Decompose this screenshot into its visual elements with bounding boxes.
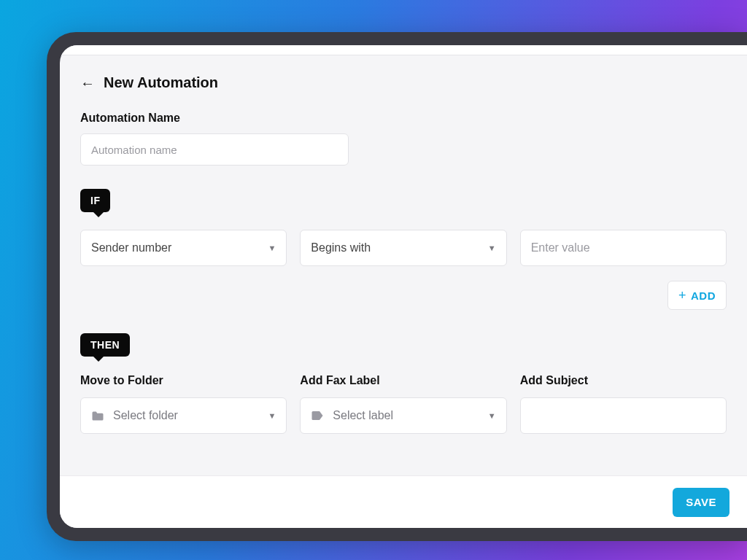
- automation-name-group: Automation Name: [80, 112, 727, 166]
- content-area: ← New Automation Automation Name IF Send…: [60, 55, 747, 434]
- chevron-down-icon: ▼: [268, 411, 276, 420]
- add-label-select[interactable]: Select label ▼: [300, 397, 506, 434]
- then-section: THEN Move to Folder Add Fax Label Add Su…: [80, 333, 727, 434]
- operator-select[interactable]: Begins with ▼: [300, 230, 506, 266]
- add-subject-input-wrap: [520, 397, 727, 434]
- add-condition-row: + ADD: [80, 281, 727, 310]
- add-condition-label: ADD: [691, 289, 716, 302]
- condition-field-value: Sender number: [91, 241, 262, 254]
- move-folder-placeholder: Select folder: [113, 409, 262, 422]
- automation-name-label: Automation Name: [80, 112, 727, 125]
- then-row: Select folder ▼ Select label ▼: [80, 397, 727, 434]
- if-row: Sender number ▼ Begins with ▼: [80, 230, 727, 266]
- add-label-placeholder: Select label: [333, 409, 481, 422]
- chevron-down-icon: ▼: [268, 244, 276, 252]
- then-labels-row: Move to Folder Add Fax Label Add Subject: [80, 374, 727, 387]
- automation-name-input[interactable]: [80, 133, 349, 166]
- if-tag: IF: [80, 189, 110, 212]
- if-section: IF Sender number ▼ Begins with ▼: [80, 189, 727, 310]
- add-subject-input[interactable]: [531, 398, 716, 433]
- back-arrow-icon[interactable]: ←: [80, 76, 95, 90]
- chevron-down-icon: ▼: [488, 244, 496, 252]
- add-label-label: Add Fax Label: [300, 374, 506, 387]
- add-condition-button[interactable]: + ADD: [667, 281, 727, 310]
- save-button[interactable]: SAVE: [673, 488, 729, 517]
- condition-value-input[interactable]: [531, 230, 716, 265]
- folder-icon: [91, 411, 104, 421]
- operator-value: Begins with: [311, 241, 481, 254]
- add-subject-label: Add Subject: [520, 374, 727, 387]
- save-button-label: SAVE: [686, 496, 716, 508]
- condition-field-select[interactable]: Sender number ▼: [80, 230, 287, 266]
- then-tag: THEN: [80, 333, 130, 357]
- page-title: New Automation: [104, 74, 218, 91]
- device-frame: ← New Automation Automation Name IF Send…: [47, 32, 747, 541]
- plus-icon: +: [678, 289, 686, 302]
- top-strip: [60, 45, 747, 55]
- condition-value-input-wrap: [520, 230, 727, 266]
- move-folder-select[interactable]: Select folder ▼: [80, 397, 287, 434]
- label-icon: [311, 411, 324, 421]
- screen: ← New Automation Automation Name IF Send…: [60, 45, 747, 528]
- move-folder-label: Move to Folder: [80, 374, 287, 387]
- chevron-down-icon: ▼: [488, 411, 496, 420]
- footer-bar: SAVE: [60, 475, 747, 528]
- page-header: ← New Automation: [80, 74, 727, 91]
